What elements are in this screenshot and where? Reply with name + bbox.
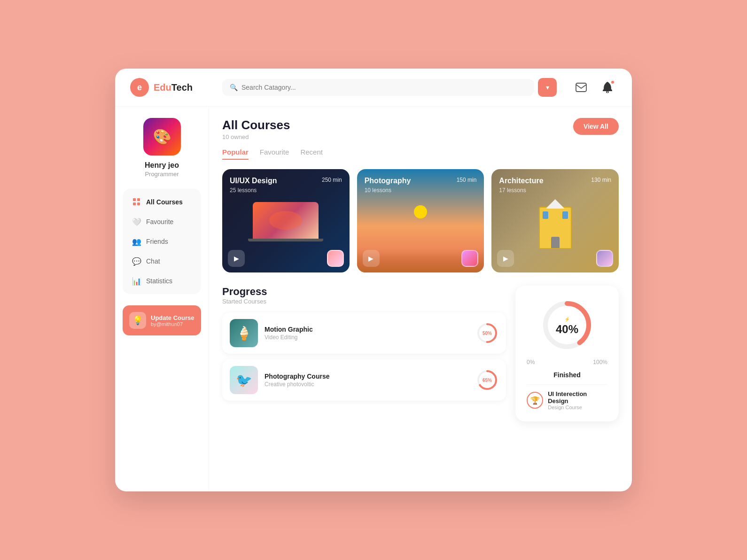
sidebar-item-all-courses[interactable]: All Courses (126, 193, 197, 211)
nav-label-friends: Friends (146, 238, 168, 245)
play-button-photography[interactable]: ▶ (363, 250, 380, 267)
progress-label-photo: 65% (482, 378, 492, 383)
update-title: Update Course (151, 314, 194, 321)
courses-header-left: All Courses 10 owned (222, 118, 290, 140)
tab-favourite[interactable]: Favourite (260, 148, 289, 160)
mail-button[interactable] (572, 78, 591, 97)
card-duration-photography: 150 min (457, 177, 477, 183)
course-name-photo: Photography Course (265, 373, 469, 380)
instructor-avatar-photography (461, 250, 478, 267)
sidebar-item-statistics[interactable]: 📊 Statistics (126, 272, 197, 290)
user-profile: 🎨 Henry jeo Programmer (143, 118, 181, 178)
thumb-motion: 🍦 (230, 319, 258, 347)
content-area: 🎨 Henry jeo Programmer All Cours (115, 107, 632, 491)
courses-section-header: All Courses 10 owned View All (222, 118, 619, 140)
course-card-photography[interactable]: Photography 10 lessons 150 min ▶ (357, 169, 484, 272)
card-overlay-uiux: UI/UX Design 25 lessons (222, 169, 350, 201)
grid-icon (132, 197, 141, 207)
progress-label-motion: 50% (482, 331, 492, 336)
stats-course-icon: 🏆 (527, 392, 543, 409)
play-button-architecture[interactable]: ▶ (497, 250, 514, 267)
logo-part1: Edu (154, 82, 171, 93)
update-subtitle: by@mithun07 (151, 321, 194, 327)
progress-section: Progress Started Courses 🍦 Motion Graphi… (222, 286, 619, 421)
progress-card-photo[interactable]: 🐦 Photography Course Creative photovolti… (222, 359, 506, 401)
tab-popular[interactable]: Popular (222, 148, 249, 160)
card-bottom-photography: ▶ (363, 250, 479, 267)
course-tabs: Popular Favourite Recent (222, 148, 619, 160)
header-icons (572, 78, 617, 97)
courses-title: All Courses (222, 118, 290, 132)
svg-point-1 (607, 91, 608, 93)
instructor-avatar-architecture (596, 250, 613, 267)
svg-rect-0 (576, 83, 586, 92)
course-cards-grid: UI/UX Design 25 lessons 250 min ▶ (222, 169, 619, 272)
view-all-button[interactable]: View All (573, 118, 619, 135)
course-name-motion: Motion Graphic (265, 326, 469, 333)
course-sub-motion: Video Editing (265, 334, 469, 341)
stats-course-name: UI Interection Design (548, 390, 607, 404)
sidebar: 🎨 Henry jeo Programmer All Cours (115, 107, 209, 491)
nav-menu: All Courses 🤍 Favourite 👥 Friends 💬 Chat (123, 189, 201, 294)
card-lessons-photography: 10 lessons (365, 187, 477, 194)
play-button-uiux[interactable]: ▶ (228, 250, 245, 267)
circular-progress-motion: 50% (476, 322, 498, 344)
stats-icon: 📊 (132, 276, 141, 286)
logo-part2: Tech (171, 82, 193, 93)
notification-button[interactable] (598, 78, 617, 97)
friends-icon: 👥 (132, 237, 141, 246)
sidebar-item-favourite[interactable]: 🤍 Favourite (126, 212, 197, 231)
notification-badge (610, 80, 615, 85)
card-bottom-architecture: ▶ (497, 250, 613, 267)
update-course-card[interactable]: 💡 Update Course by@mithun07 (123, 305, 201, 335)
course-card-uiux[interactable]: UI/UX Design 25 lessons 250 min ▶ (222, 169, 350, 272)
user-name: Henry jeo (145, 161, 179, 170)
course-sub-photo: Creative photovoltic (265, 381, 469, 388)
search-input[interactable] (241, 84, 527, 91)
app-window: e EduTech 🔍 ▾ (115, 69, 632, 491)
search-area: 🔍 ▾ (222, 78, 557, 97)
dropdown-button[interactable]: ▾ (538, 78, 557, 97)
card-bottom-uiux: ▶ (228, 250, 344, 267)
update-text: Update Course by@mithun07 (151, 314, 194, 327)
card-overlay-photography: Photography 10 lessons (357, 169, 484, 201)
card-duration-uiux: 250 min (322, 177, 342, 183)
nav-label-chat: Chat (146, 257, 160, 265)
logo-area: e EduTech (130, 78, 215, 97)
progress-title: Progress (222, 286, 506, 298)
update-icon: 💡 (129, 312, 146, 329)
sidebar-item-friends[interactable]: 👥 Friends (126, 232, 197, 251)
circular-progress-photo: 65% (476, 369, 498, 391)
user-role: Programmer (145, 171, 179, 178)
scale-min: 0% (527, 359, 535, 366)
nav-label-all-courses: All Courses (146, 198, 183, 206)
heart-icon: 🤍 (132, 217, 141, 226)
chat-icon: 💬 (132, 257, 141, 266)
finished-label: Finished (553, 371, 581, 379)
donut-percent: 40% (556, 323, 578, 336)
donut-chart: ⚡ 40% (539, 297, 595, 353)
stats-course-sub: Design Course (548, 404, 607, 410)
card-overlay-architecture: Architecture 17 lessons (491, 169, 619, 201)
card-duration-architecture: 130 min (591, 177, 611, 183)
search-icon: 🔍 (230, 84, 238, 91)
logo-text: EduTech (154, 82, 193, 93)
progress-info-motion: Motion Graphic Video Editing (265, 326, 469, 341)
header: e EduTech 🔍 ▾ (115, 69, 632, 107)
donut-label: ⚡ 40% (556, 314, 578, 336)
tab-recent[interactable]: Recent (300, 148, 323, 160)
progress-left: Progress Started Courses 🍦 Motion Graphi… (222, 286, 506, 421)
sidebar-item-chat[interactable]: 💬 Chat (126, 252, 197, 271)
avatar: 🎨 (143, 118, 181, 156)
thumb-photo: 🐦 (230, 366, 258, 394)
stats-card: ⚡ 40% 0% 100% Finished 🏆 UI Interection … (515, 286, 619, 421)
scale-max: 100% (593, 359, 607, 366)
progress-cards: 🍦 Motion Graphic Video Editing 50% (222, 312, 506, 401)
logo-icon: e (130, 78, 149, 97)
search-bar: 🔍 (222, 79, 534, 96)
stats-course-info: UI Interection Design Design Course (548, 390, 607, 410)
instructor-avatar-uiux (327, 250, 344, 267)
progress-card-motion[interactable]: 🍦 Motion Graphic Video Editing 50% (222, 312, 506, 354)
course-card-architecture[interactable]: Architecture 17 lessons 130 min ▶ (491, 169, 619, 272)
progress-info-photo: Photography Course Creative photovoltic (265, 373, 469, 388)
